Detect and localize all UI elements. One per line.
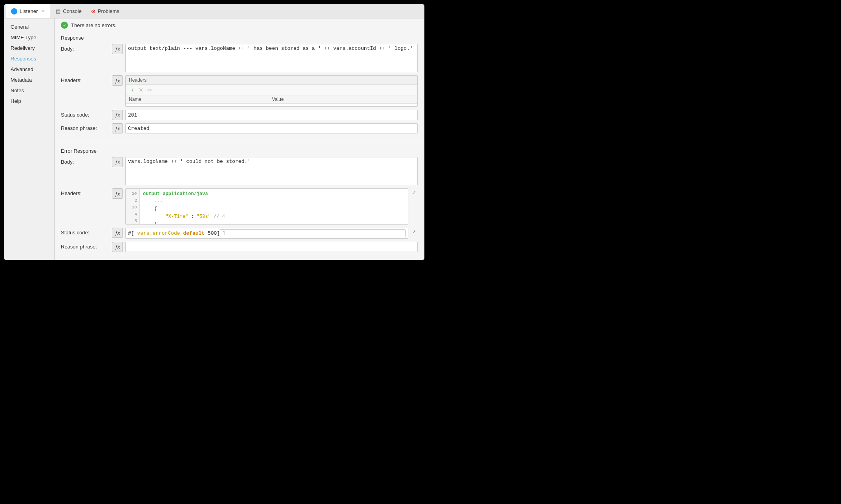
error-headers-expand-button[interactable]: ⤢	[410, 188, 418, 196]
main-area: General MIME Type Redelivery Responses A…	[4, 18, 424, 260]
response-headers-panel-title: Headers	[126, 76, 417, 85]
response-section-title: Response	[61, 35, 418, 41]
sidebar-item-redelivery[interactable]: Redelivery	[4, 43, 54, 53]
response-status-code-input[interactable]: 201	[125, 110, 418, 120]
tab-console[interactable]: ▤ Console	[51, 4, 86, 18]
success-icon: ✓	[61, 22, 68, 29]
add-header-button[interactable]: +	[129, 86, 136, 93]
response-headers-fx-button[interactable]: ƒx	[112, 75, 123, 86]
tab-problems-label: Problems	[98, 8, 119, 14]
response-body-input[interactable]: output text/plain --- vars.logoName ++ '…	[125, 44, 418, 72]
sidebar-item-mime-type[interactable]: MIME Type	[4, 32, 54, 43]
headers-col-name: Name	[126, 95, 269, 104]
tab-listener[interactable]: Listener ✕	[6, 4, 50, 18]
sidebar-item-advanced[interactable]: Advanced	[4, 64, 54, 75]
response-status-fx-button[interactable]: ƒx	[112, 110, 123, 120]
sidebar-item-notes[interactable]: Notes	[4, 85, 54, 96]
error-status-fx-button[interactable]: ƒx	[112, 228, 123, 238]
console-icon: ▤	[56, 8, 60, 14]
tab-bar: Listener ✕ ▤ Console ⊗ Problems	[4, 4, 424, 18]
error-headers-label: Headers:	[61, 188, 112, 196]
error-status-code-row: Status code: ƒx #[ vars.errorCode defaul…	[61, 228, 418, 239]
response-status-code-label: Status code:	[61, 110, 112, 118]
header-value-cell[interactable]	[269, 104, 406, 106]
error-headers-fx-button[interactable]: ƒx	[112, 188, 123, 199]
response-headers-label: Headers:	[61, 75, 112, 83]
table-row	[126, 104, 417, 106]
error-body-input[interactable]: vars.logoName ++ ' could not be stored.'	[125, 157, 418, 185]
error-body-fx-button[interactable]: ƒx	[112, 157, 123, 167]
sidebar-item-responses[interactable]: Responses	[4, 53, 54, 64]
error-response-section-title: Error Response	[61, 148, 418, 154]
line-numbers: 1⊖23⊖45	[126, 189, 140, 224]
error-headers-row: Headers: ƒx 1⊖23⊖45 output application/j…	[61, 188, 418, 225]
error-status-code-input[interactable]: #[ vars.errorCode default 500] ]	[125, 228, 408, 239]
headers-table: Name Value	[126, 95, 417, 106]
problems-icon: ⊗	[91, 8, 95, 14]
response-body-row: Body: ƒx output text/plain --- vars.logo…	[61, 44, 418, 72]
error-reason-phrase-row: Reason phrase: ƒx	[61, 242, 418, 252]
error-status-expand-button[interactable]: ⤢	[410, 228, 418, 236]
header-action-cell	[406, 104, 417, 106]
error-response-section: Error Response Body: ƒx vars.logoName ++…	[55, 145, 424, 260]
sidebar-item-metadata[interactable]: Metadata	[4, 75, 54, 85]
error-reason-phrase-label: Reason phrase:	[61, 242, 112, 250]
response-reason-phrase-label: Reason phrase:	[61, 123, 112, 131]
response-section: Response Body: ƒx output text/plain --- …	[55, 32, 424, 141]
error-reason-fx-button[interactable]: ƒx	[112, 242, 123, 252]
close-tab-icon[interactable]: ✕	[42, 9, 45, 14]
response-status-code-row: Status code: ƒx 201	[61, 110, 418, 120]
response-headers-toolbar: + ✕ ✂	[126, 85, 417, 95]
error-body-label: Body:	[61, 157, 112, 165]
sidebar-item-help[interactable]: Help	[4, 96, 54, 106]
sidebar: General MIME Type Redelivery Responses A…	[4, 18, 55, 260]
response-headers-panel: Headers + ✕ ✂ Name Value	[125, 75, 418, 107]
error-headers-code-editor[interactable]: 1⊖23⊖45 output application/java --- { "X…	[125, 188, 408, 225]
content-area: ✓ There are no errors. Response Body: ƒx…	[55, 18, 424, 260]
response-headers-row: Headers: ƒx Headers + ✕ ✂	[61, 75, 418, 107]
globe-icon	[11, 8, 17, 15]
response-body-fx-button[interactable]: ƒx	[112, 44, 123, 54]
response-body-label: Body:	[61, 44, 112, 52]
error-body-row: Body: ƒx vars.logoName ++ ' could not be…	[61, 157, 418, 185]
status-message: There are no errors.	[71, 22, 117, 28]
sidebar-item-general[interactable]: General	[4, 22, 54, 32]
error-status-code-text: #[ vars.errorCode default 500]	[128, 230, 220, 236]
response-reason-phrase-row: Reason phrase: ƒx Created	[61, 123, 418, 133]
error-status-code-label: Status code:	[61, 228, 112, 236]
code-content[interactable]: output application/java --- { "X-Time" :…	[140, 189, 408, 224]
headers-col-value: Value	[269, 95, 406, 104]
response-reason-fx-button[interactable]: ƒx	[112, 123, 123, 133]
error-reason-phrase-input[interactable]	[125, 242, 418, 252]
scissors-header-button[interactable]: ✂	[146, 86, 153, 93]
tab-problems[interactable]: ⊗ Problems	[86, 4, 124, 18]
header-name-cell[interactable]	[126, 104, 269, 106]
error-status-expand-icon: ]	[220, 229, 406, 237]
status-bar: ✓ There are no errors.	[55, 18, 424, 32]
tab-listener-label: Listener	[20, 8, 38, 14]
section-divider	[55, 143, 424, 143]
headers-col-action	[406, 95, 417, 104]
tab-console-label: Console	[63, 8, 82, 14]
response-reason-phrase-input[interactable]: Created	[125, 123, 418, 133]
delete-header-button[interactable]: ✕	[137, 86, 144, 93]
